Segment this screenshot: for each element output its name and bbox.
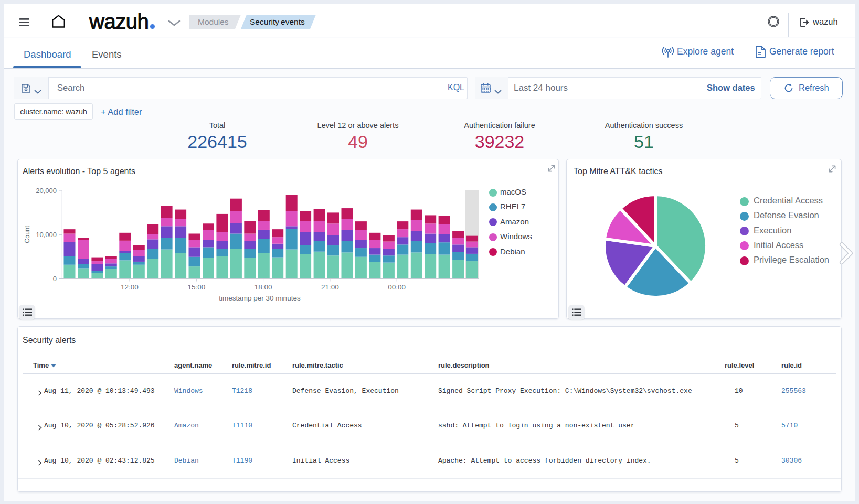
svg-text:0: 0 [53,275,57,283]
svg-text:15:00: 15:00 [187,283,205,291]
svg-text:12:00: 12:00 [121,283,139,291]
svg-text:Count: Count [24,226,31,243]
svg-text:10,000: 10,000 [36,231,57,239]
svg-text:00:00: 00:00 [388,283,406,291]
svg-text:21:00: 21:00 [321,283,339,291]
svg-text:20,000: 20,000 [36,187,57,195]
svg-text:18:00: 18:00 [254,283,272,291]
svg-text:timestamp per 30 minutes: timestamp per 30 minutes [219,294,301,302]
